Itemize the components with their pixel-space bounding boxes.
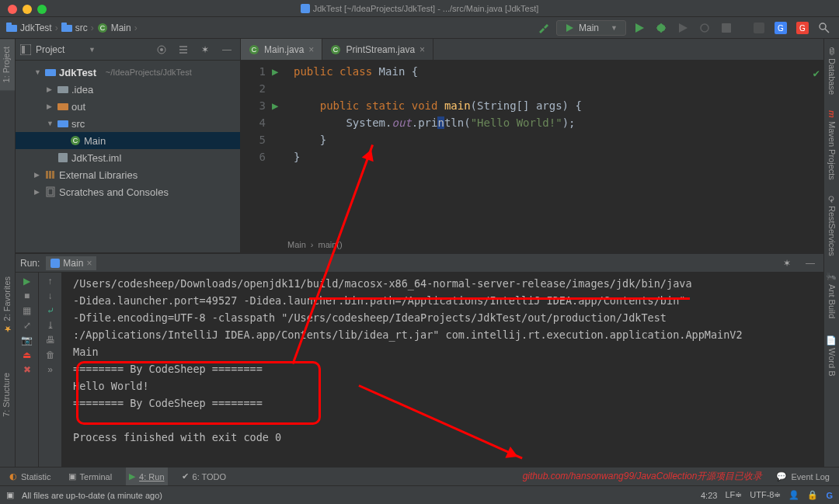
- close-window-icon[interactable]: [8, 5, 17, 14]
- svg-rect-0: [301, 4, 310, 13]
- svg-rect-28: [49, 171, 51, 179]
- breadcrumb-project[interactable]: JdkTest: [6, 23, 52, 33]
- status-message: All files are up-to-date (a minute ago): [22, 491, 162, 500]
- folder-icon: [6, 23, 17, 33]
- svg-rect-10: [754, 23, 764, 33]
- collapse-all-icon[interactable]: [175, 41, 192, 58]
- editor: CMain.java× CPrintStream.java× 123456 ▶ …: [241, 39, 823, 252]
- tree-external-libs[interactable]: ▶External Libraries: [16, 166, 240, 183]
- exit-button[interactable]: ⏏: [23, 349, 31, 360]
- translate2-icon[interactable]: G: [794, 19, 811, 36]
- tree-folder-src[interactable]: ▼src: [16, 115, 240, 132]
- run-tab[interactable]: Main×: [46, 256, 96, 270]
- run-label: Run:: [20, 258, 40, 269]
- sidebar-tab-database[interactable]: 🛢Database: [824, 39, 839, 103]
- gear-icon[interactable]: ✶: [778, 255, 795, 272]
- tree-folder-out[interactable]: ▶out: [16, 98, 240, 115]
- chevron-down-icon[interactable]: ▼: [89, 46, 96, 54]
- run-icon: [50, 259, 60, 268]
- window-title: JdkTest [~/IdeaProjects/JdkTest] - .../s…: [0, 0, 839, 17]
- hide-icon[interactable]: —: [802, 255, 819, 272]
- stop-button[interactable]: [718, 19, 735, 36]
- svg-text:C: C: [73, 137, 78, 144]
- dump-button[interactable]: 📷: [21, 335, 33, 346]
- btab-statistic[interactable]: ◐Statistic: [6, 468, 54, 485]
- breadcrumb-file[interactable]: CMain: [97, 23, 131, 33]
- sidebar-tab-project[interactable]: 1: Project: [0, 39, 15, 90]
- search-icon[interactable]: [816, 19, 833, 36]
- status-lock-icon[interactable]: 🔒: [807, 490, 818, 500]
- translate-icon[interactable]: G: [772, 19, 789, 36]
- stop-button[interactable]: ■: [24, 290, 30, 301]
- layout-button[interactable]: ▦: [23, 305, 31, 316]
- hide-icon[interactable]: —: [218, 41, 235, 58]
- status-google-icon[interactable]: G: [826, 491, 833, 500]
- tree-folder-idea[interactable]: ▶.idea: [16, 81, 240, 98]
- close-icon[interactable]: ×: [308, 44, 314, 55]
- sidebar-tab-ant[interactable]: 🐜Ant Build: [824, 263, 839, 326]
- down-icon[interactable]: ↓: [48, 290, 53, 301]
- rerun-button[interactable]: ▶: [23, 276, 30, 287]
- run-line-icon[interactable]: ▶: [272, 97, 286, 114]
- close-icon[interactable]: ×: [86, 258, 92, 269]
- gear-icon[interactable]: ✶: [197, 41, 214, 58]
- scroll-from-source-icon[interactable]: [153, 41, 170, 58]
- clear-icon[interactable]: 🗑: [46, 349, 55, 360]
- tree-file-iml[interactable]: JdkTest.iml: [16, 149, 240, 166]
- svg-rect-17: [22, 46, 25, 54]
- chevron-right-icon: ›: [55, 23, 58, 33]
- pin-button[interactable]: ⤢: [23, 320, 31, 331]
- maximize-window-icon[interactable]: [37, 5, 47, 14]
- sidebar-tab-maven[interactable]: mMaven Projects: [824, 103, 839, 188]
- tab-printstream[interactable]: CPrintStream.java×: [322, 39, 433, 60]
- sidebar-tab-favorites[interactable]: ★ 2: Favorites: [0, 269, 15, 342]
- minimize-window-icon[interactable]: [23, 5, 32, 14]
- analysis-ok-icon: ✔: [813, 64, 820, 82]
- status-lf[interactable]: LF≑: [725, 490, 742, 500]
- status-hector-icon[interactable]: 👤: [789, 490, 799, 500]
- tree-scratches[interactable]: ▶Scratches and Consoles: [16, 183, 240, 200]
- bottom-tool-tabs: ◐Statistic ▣Terminal ▶4: Run ✔6: TODO gi…: [0, 467, 839, 485]
- sidebar-tab-rest[interactable]: ⟳RestServices: [824, 188, 839, 264]
- navigation-bar: JdkTest › src › CMain › Main▼ G G: [0, 17, 839, 39]
- wrap-icon[interactable]: ⤶: [47, 305, 54, 316]
- project-tree[interactable]: ▼JdkTest ~/IdeaProjects/JdkTest ▶.idea ▶…: [16, 61, 240, 203]
- run-button[interactable]: [631, 19, 648, 36]
- console-line: Process finished with exit code 0: [73, 429, 813, 446]
- tree-project-root[interactable]: ▼JdkTest ~/IdeaProjects/JdkTest: [16, 64, 240, 81]
- profile-button[interactable]: [696, 19, 713, 36]
- code-editor[interactable]: 123456 ▶ ▶ public class Main { public st…: [241, 61, 823, 235]
- sidebar-tab-word[interactable]: 📄Word B: [824, 327, 839, 384]
- up-icon[interactable]: ↑: [48, 276, 53, 287]
- btab-event-log[interactable]: 💬Event Log: [773, 468, 833, 485]
- btab-terminal[interactable]: ▣Terminal: [65, 468, 116, 485]
- close-icon[interactable]: ×: [420, 44, 425, 55]
- folder-icon: [45, 67, 56, 78]
- more-icon[interactable]: »: [47, 364, 53, 375]
- hammer-icon[interactable]: [534, 19, 552, 36]
- traffic-lights[interactable]: [0, 2, 54, 17]
- tree-file-main[interactable]: CMain: [16, 132, 240, 149]
- panel-title: Project: [36, 44, 84, 55]
- btab-todo[interactable]: ✔6: TODO: [179, 468, 230, 485]
- print-icon[interactable]: 🖶: [46, 335, 55, 346]
- btab-run[interactable]: ▶4: Run: [126, 468, 167, 485]
- run-line-icon[interactable]: ▶: [272, 63, 286, 80]
- chevron-down-icon: ▼: [611, 24, 618, 32]
- breadcrumb-src[interactable]: src: [61, 23, 88, 33]
- svg-rect-21: [57, 86, 68, 93]
- coverage-button[interactable]: [674, 19, 691, 36]
- svg-rect-3: [61, 25, 72, 32]
- run-config-selector[interactable]: Main▼: [556, 20, 626, 36]
- svg-rect-9: [722, 23, 731, 33]
- status-encoding[interactable]: UTF-8≑: [750, 490, 781, 500]
- debug-button[interactable]: [653, 19, 670, 36]
- sidebar-tab-structure[interactable]: 7: Structure: [0, 365, 15, 425]
- status-caret[interactable]: 4:23: [701, 491, 717, 500]
- scroll-end-icon[interactable]: ⤓: [47, 320, 54, 331]
- status-icon[interactable]: ▣: [6, 490, 14, 500]
- tab-main[interactable]: CMain.java×: [241, 39, 322, 60]
- close-button[interactable]: ✖: [23, 364, 31, 375]
- vcs-icon[interactable]: [750, 19, 768, 36]
- editor-breadcrumb[interactable]: Main›main(): [241, 235, 823, 252]
